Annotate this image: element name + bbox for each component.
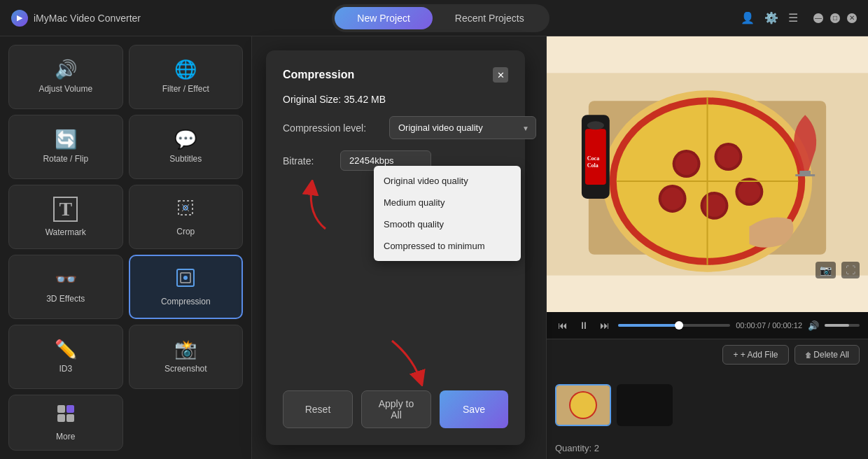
sidebar-item-label: Filter / Effect (162, 84, 209, 94)
adjust-volume-icon: 🔊 (55, 60, 77, 78)
svg-point-21 (662, 188, 684, 210)
sidebar-item-label: 3D Effects (46, 294, 85, 304)
svg-rect-7 (57, 405, 65, 413)
compression-level-row: Compression level: Original video qualit… (283, 116, 508, 139)
svg-rect-34 (795, 174, 815, 176)
reset-button[interactable]: Reset (283, 390, 353, 428)
account-icon[interactable]: 👤 (741, 11, 755, 24)
middle-panel: Compression ✕ Original Size: 35.42 MB Co… (252, 36, 546, 459)
volume-fill (825, 324, 849, 327)
volume-icon: 🔊 (808, 320, 819, 331)
id3-icon: ✏️ (55, 340, 77, 358)
svg-rect-33 (799, 171, 811, 174)
dropdown-option-original[interactable]: Original video quality (374, 170, 521, 192)
camera-capture-button[interactable]: 📷 (816, 262, 836, 278)
dropdown-option-minimum[interactable]: Compressed to minimum (374, 235, 521, 257)
svg-point-17 (676, 153, 698, 175)
svg-point-37 (570, 393, 596, 418)
play-pause-button[interactable]: ⏸ (576, 318, 592, 332)
sidebar-item-subtitles[interactable]: 💬 Subtitles (129, 115, 244, 179)
compression-icon (175, 267, 196, 291)
progress-fill (618, 324, 683, 327)
compression-level-label: Compression level: (283, 122, 381, 134)
preview-icons: 📷 ⛶ (816, 262, 860, 278)
time-display: 00:00:07 / 00:00:12 (736, 321, 802, 330)
sidebar-item-label: Screenshot (164, 364, 207, 374)
svg-point-19 (717, 146, 739, 168)
tab-new-project[interactable]: New Project (335, 7, 432, 29)
file-management: + Add File Delete All (547, 339, 868, 370)
sidebar-item-adjust-volume[interactable]: 🔊 Adjust Volume (8, 45, 123, 109)
minimize-button[interactable]: — (813, 13, 823, 23)
sidebar-item-label: Subtitles (169, 154, 202, 164)
original-size: Original Size: 35.42 MB (283, 94, 508, 105)
app-logo: ▶ (11, 10, 28, 27)
svg-point-30 (587, 121, 604, 129)
skip-back-button[interactable]: ⏮ (555, 318, 570, 332)
titlebar-right: 👤 ⚙️ ☰ — □ ✕ (741, 11, 857, 24)
sidebar-item-label: Watermark (46, 227, 86, 237)
window-controls: — □ ✕ (813, 13, 857, 23)
close-button[interactable]: ✕ (847, 13, 857, 23)
tab-recent-projects[interactable]: Recent Projects (433, 7, 547, 29)
video-preview: Coca Cola 📷 ⛶ (547, 36, 868, 312)
sidebar-item-screenshot[interactable]: 📸 Screenshot (129, 325, 244, 389)
main-layout: 🔊 Adjust Volume 🌐 Filter / Effect 🔄 Rota… (0, 36, 868, 459)
svg-point-25 (738, 181, 760, 203)
quantity-label: Quantity: 2 (547, 440, 868, 459)
sidebar-item-3d-effects[interactable]: 👓 3D Effects (8, 255, 123, 319)
sidebar-item-label: Rotate / Flip (43, 154, 88, 164)
preview-controls: ⏮ ⏸ ⏭ 00:00:07 / 00:00:12 🔊 (547, 312, 868, 339)
titlebar-left: ▶ iMyMac Video Converter (11, 10, 141, 27)
sidebar-item-filter-effect[interactable]: 🌐 Filter / Effect (129, 45, 244, 109)
menu-icon[interactable]: ☰ (788, 11, 798, 24)
settings-icon[interactable]: ⚙️ (764, 11, 778, 24)
svg-rect-38 (618, 386, 671, 425)
volume-bar[interactable] (825, 324, 860, 327)
sidebar-item-label: ID3 (59, 364, 72, 374)
dialog-close-button[interactable]: ✕ (493, 67, 508, 83)
filter-effect-icon: 🌐 (174, 60, 197, 78)
screenshot-icon: 📸 (174, 340, 197, 358)
svg-rect-8 (66, 405, 74, 413)
fullscreen-button[interactable]: ⛶ (841, 262, 860, 278)
sidebar-item-id3[interactable]: ✏️ ID3 (8, 325, 123, 389)
svg-text:Cola: Cola (587, 162, 598, 169)
file-list (547, 370, 868, 440)
apply-to-all-button[interactable]: Apply to All (361, 390, 431, 428)
svg-point-23 (704, 195, 726, 217)
app-title: iMyMac Video Converter (34, 13, 141, 24)
file-thumb-1[interactable] (555, 384, 611, 426)
compression-dropdown[interactable]: Original video quality Medium quality Sm… (374, 166, 521, 261)
sidebar-item-label: Adjust Volume (38, 84, 92, 94)
add-file-button[interactable]: + Add File (722, 345, 788, 365)
sidebar-item-crop[interactable]: Crop (129, 185, 244, 249)
sidebar-item-compression[interactable]: Compression (129, 255, 244, 319)
compression-level-select[interactable]: Original video quality Medium quality Sm… (389, 116, 536, 139)
svg-rect-9 (57, 414, 65, 422)
progress-bar[interactable] (618, 324, 730, 327)
sidebar-item-label: More (56, 432, 75, 442)
save-button[interactable]: Save (440, 390, 508, 428)
file-thumb-2[interactable] (617, 384, 673, 426)
compression-dialog: Compression ✕ Original Size: 35.42 MB Co… (266, 50, 525, 445)
dropdown-option-medium[interactable]: Medium quality (374, 192, 521, 213)
maximize-button[interactable]: □ (830, 13, 840, 23)
sidebar-item-more[interactable]: More (8, 395, 123, 451)
delete-all-button[interactable]: Delete All (794, 345, 860, 365)
watermark-icon: T (53, 197, 78, 222)
dialog-header: Compression ✕ (283, 67, 508, 83)
sidebar: 🔊 Adjust Volume 🌐 Filter / Effect 🔄 Rota… (0, 36, 252, 459)
3d-effects-icon: 👓 (55, 270, 77, 288)
sidebar-item-rotate-flip[interactable]: 🔄 Rotate / Flip (8, 115, 123, 179)
dropdown-option-smooth[interactable]: Smooth quality (374, 213, 521, 235)
sidebar-item-label: Crop (176, 227, 195, 236)
compression-level-select-wrapper: Original video quality Medium quality Sm… (389, 116, 536, 139)
skip-forward-button[interactable]: ⏭ (597, 318, 612, 332)
more-icon (56, 404, 76, 426)
right-panel: Coca Cola 📷 ⛶ ⏮ ⏸ ⏭ (546, 36, 868, 459)
bitrate-label: Bitrate: (283, 155, 332, 167)
logo-icon: ▶ (17, 13, 22, 22)
sidebar-item-watermark[interactable]: T Watermark (8, 185, 123, 249)
svg-point-6 (183, 276, 188, 280)
